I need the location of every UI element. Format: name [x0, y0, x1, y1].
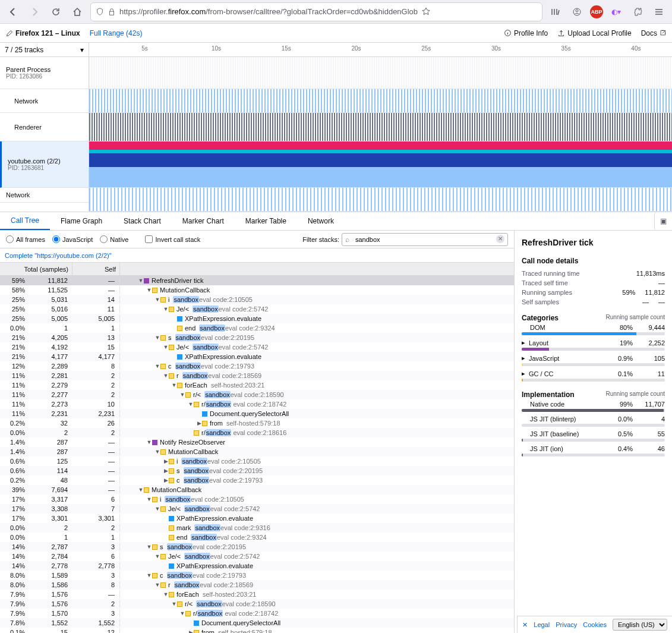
tree-row[interactable]: 0.0%11endsandbox eval code:2:9324: [0, 533, 514, 542]
tab-call-tree[interactable]: Call Tree: [0, 212, 50, 230]
menu-icon[interactable]: [651, 4, 667, 20]
footer-close[interactable]: ✕: [522, 621, 528, 629]
tree-row[interactable]: 21%4,19215▼Je/<sandbox eval code:2:5742: [0, 342, 514, 352]
tree-row[interactable]: 17%3,3013,301XPathExpression.evaluate: [0, 514, 514, 523]
back-button[interactable]: [5, 4, 21, 20]
twisty-icon[interactable]: ▼: [171, 382, 177, 388]
twisty-icon[interactable]: ▼: [154, 582, 160, 588]
tree-body[interactable]: 59%11,812—▼RefreshDriver tick58%11,525—▼…: [0, 276, 514, 633]
tree-row[interactable]: 11%2,27310▼r/sandbox eval code:2:18742: [0, 399, 514, 409]
tree-row[interactable]: 0.0%22r/sandbox eval code:2:18616: [0, 428, 514, 437]
tree-row[interactable]: 8.0%1,5893▼csandbox eval code:2:19793: [0, 571, 514, 580]
twisty-icon[interactable]: ▼: [138, 487, 144, 493]
twisty-icon[interactable]: ▼: [179, 610, 185, 616]
twisty-icon[interactable]: ▶: [196, 420, 202, 426]
track-timeline[interactable]: [89, 89, 672, 113]
tree-row[interactable]: 8.0%1,5868▼rsandbox eval code:2:18569: [0, 580, 514, 590]
twisty-icon[interactable]: ▼: [146, 496, 152, 502]
category-row[interactable]: ▸GC / CC0.1%11: [522, 368, 665, 383]
tree-row[interactable]: 7.9%1,5703▼r/sandbox eval code:2:18742: [0, 609, 514, 618]
twisty-icon[interactable]: ▼: [154, 363, 160, 369]
extensions-icon[interactable]: [629, 4, 646, 20]
native-radio[interactable]: Native: [100, 235, 128, 243]
twisty-icon[interactable]: ▼: [154, 449, 160, 455]
sidebar-toggle[interactable]: ▣: [654, 212, 672, 230]
tab-network[interactable]: Network: [297, 212, 345, 230]
track-timeline[interactable]: [89, 141, 672, 188]
col-self[interactable]: Self: [72, 263, 120, 275]
twisty-icon[interactable]: ▼: [154, 297, 160, 303]
language-select[interactable]: English (US): [613, 619, 667, 631]
clear-filter-icon[interactable]: ✕: [496, 235, 504, 243]
home-button[interactable]: [69, 4, 86, 20]
tree-row[interactable]: 14%2,7846▼Je/<sandbox eval code:2:5742: [0, 552, 514, 561]
account-icon[interactable]: [569, 4, 585, 20]
tree-row[interactable]: 14%2,7782,778XPathExpression.evaluate: [0, 561, 514, 571]
reload-button[interactable]: [48, 4, 64, 20]
tree-row[interactable]: 1.4%287—▼MutationCallback: [0, 447, 514, 456]
invert-checkbox[interactable]: Invert call stack: [145, 235, 200, 243]
twisty-icon[interactable]: ▼: [154, 335, 160, 341]
col-total[interactable]: Total (samples): [0, 263, 72, 275]
time-ruler[interactable]: 5s10s15s20s25s30s35s40s: [89, 43, 672, 56]
pencil-icon[interactable]: [6, 30, 13, 37]
twisty-icon[interactable]: ▶: [188, 629, 194, 633]
tree-row[interactable]: 14%2,7873▼ssandbox eval code:2:20195: [0, 542, 514, 552]
thread-crumb[interactable]: Complete "https://youtube.com (2/2)": [0, 248, 514, 263]
twisty-icon[interactable]: ▼: [163, 344, 169, 350]
all-frames-radio[interactable]: All frames: [6, 235, 45, 243]
tree-row[interactable]: 0.2%3226▶fromself-hosted:579:18: [0, 418, 514, 428]
track-label[interactable]: Network: [0, 89, 89, 113]
tree-row[interactable]: 0.6%114—▶ssandbox eval code:2:20195: [0, 466, 514, 475]
twisty-icon[interactable]: ▼: [154, 553, 160, 559]
twisty-icon[interactable]: ▼: [154, 506, 160, 512]
legal-link[interactable]: Legal: [534, 621, 550, 628]
tree-row[interactable]: 11%2,2772▼r/<sandbox eval code:2:18590: [0, 390, 514, 399]
twisty-icon[interactable]: ▼: [146, 439, 152, 445]
expand-icon[interactable]: ▸: [522, 354, 525, 362]
twisty-icon[interactable]: ▶: [163, 477, 169, 483]
twisty-icon[interactable]: ▼: [163, 306, 169, 312]
tree-row[interactable]: 7.9%1,576—▼forEachself-hosted:203:21: [0, 590, 514, 599]
tree-row[interactable]: 11%2,2812▼rsandbox eval code:2:18569: [0, 371, 514, 380]
abp-icon[interactable]: ABP: [590, 5, 603, 18]
tree-row[interactable]: 25%5,01611▼Je/<sandbox eval code:2:5742: [0, 304, 514, 314]
tree-row[interactable]: 0.0%22marksandbox eval code:2:9316: [0, 523, 514, 533]
expand-icon[interactable]: ▸: [522, 370, 525, 377]
profile-info-button[interactable]: Profile Info: [504, 29, 548, 37]
twisty-icon[interactable]: ▼: [163, 591, 169, 597]
twisty-icon[interactable]: ▼: [179, 392, 185, 398]
category-row[interactable]: ▸JavaScript0.9%105: [522, 352, 665, 368]
track-timeline[interactable]: [89, 57, 672, 89]
tree-row[interactable]: 17%3,3176▼isandbox eval code:2:10505: [0, 495, 514, 504]
tab-flame-graph[interactable]: Flame Graph: [50, 212, 113, 230]
track-label[interactable]: Parent ProcessPID: 1263086: [0, 57, 89, 89]
library-icon[interactable]: [547, 4, 564, 20]
tree-row[interactable]: 21%4,1774,177XPathExpression.evaluate: [0, 352, 514, 361]
tree-row[interactable]: 58%11,525—▼MutationCallback: [0, 285, 514, 295]
tree-row[interactable]: 0.6%125—▶isandbox eval code:2:10505: [0, 456, 514, 466]
twisty-icon[interactable]: ▶: [163, 468, 169, 474]
url-bar[interactable]: https://profiler.firefox.com/from-browse…: [90, 2, 542, 21]
twisty-icon[interactable]: ▼: [146, 287, 152, 293]
tree-row[interactable]: 7.8%1,5521,552Document.querySelectorAll: [0, 618, 514, 628]
profiler-icon[interactable]: ◐▾: [608, 4, 624, 20]
tree-row[interactable]: 17%3,3087▼Je/<sandbox eval code:2:5742: [0, 504, 514, 514]
tab-marker-chart[interactable]: Marker Chart: [172, 212, 235, 230]
tree-row[interactable]: 39%7,694—▼MutationCallback: [0, 485, 514, 495]
tree-row[interactable]: 25%5,0055,005XPathExpression.evaluate: [0, 314, 514, 323]
tree-row[interactable]: 21%4,20513▼ssandbox eval code:2:20195: [0, 333, 514, 342]
tree-row[interactable]: 7.9%1,5762▼r/<sandbox eval code:2:18590: [0, 599, 514, 609]
twisty-icon[interactable]: ▼: [146, 572, 152, 578]
track-timeline[interactable]: [89, 113, 672, 141]
expand-icon[interactable]: ▸: [522, 339, 525, 347]
full-range-link[interactable]: Full Range (42s): [90, 29, 143, 37]
twisty-icon[interactable]: ▼: [138, 278, 144, 284]
cookies-link[interactable]: Cookies: [583, 621, 607, 628]
privacy-link[interactable]: Privacy: [556, 621, 577, 628]
docs-link[interactable]: Docs: [641, 29, 666, 37]
tree-row[interactable]: 0.1%1512▶fromself-hosted:579:18: [0, 628, 514, 633]
tracks-dropdown[interactable]: 7 / 25 tracks▾: [0, 43, 89, 56]
tree-row[interactable]: 12%2,2898▼csandbox eval code:2:19793: [0, 361, 514, 371]
javascript-radio[interactable]: JavaScript: [52, 235, 93, 243]
